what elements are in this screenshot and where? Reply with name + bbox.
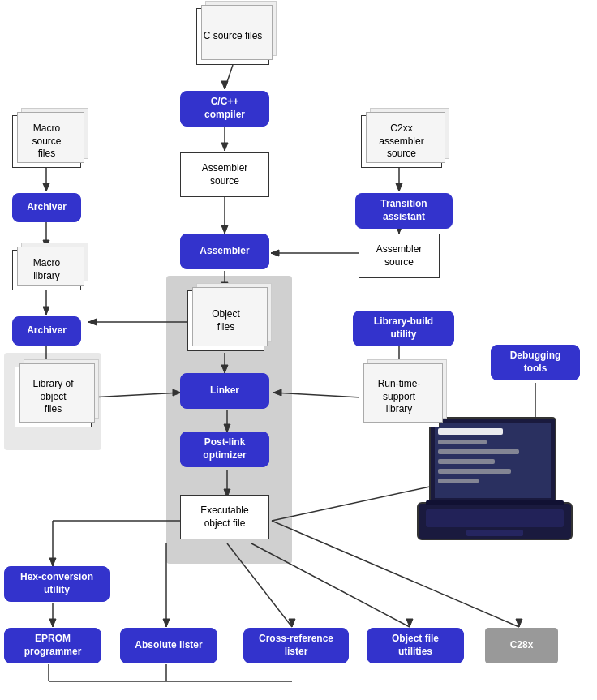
macro-source-label: Macrosourcefiles xyxy=(32,122,61,161)
c28x-box[interactable]: C28x xyxy=(485,628,558,663)
linker-label: Linker xyxy=(210,384,239,397)
svg-rect-62 xyxy=(438,479,479,483)
eprom-label: EPROMprogrammer xyxy=(24,633,82,658)
debugging-box[interactable]: Debuggingtools xyxy=(491,345,580,380)
assembler-source-top-label: Assemblersource xyxy=(202,162,248,187)
obj-util-label: Object fileutilities xyxy=(392,633,439,658)
lib-object-label: Library ofobjectfiles xyxy=(32,378,73,416)
cross-ref-box[interactable]: Cross-referencelister xyxy=(243,628,349,663)
archiver2-label: Archiver xyxy=(27,324,67,337)
archiver1-label: Archiver xyxy=(27,201,67,214)
svg-marker-1 xyxy=(221,81,228,89)
archiver2-box[interactable]: Archiver xyxy=(12,316,81,346)
macro-source-box: Macrosourcefiles xyxy=(12,115,81,168)
diagram: C source files C/C++compiler Macrosource… xyxy=(0,0,597,700)
macro-library-box: Macrolibrary xyxy=(12,250,81,290)
eprom-box[interactable]: EPROMprogrammer xyxy=(4,628,101,663)
object-files-label: Objectfiles xyxy=(212,308,240,333)
c2xx-source-label: C2xxassemblersource xyxy=(379,122,423,161)
svg-rect-58 xyxy=(438,440,487,444)
archiver1-box[interactable]: Archiver xyxy=(12,193,81,222)
object-files-box: Objectfiles xyxy=(187,290,264,351)
svg-marker-40 xyxy=(49,558,56,566)
lib-object-box: Library ofobjectfiles xyxy=(15,367,92,427)
abs-lister-label: Absolute lister xyxy=(135,639,202,652)
svg-line-41 xyxy=(272,487,430,521)
cc-compiler-box[interactable]: C/C++compiler xyxy=(180,91,269,127)
svg-line-0 xyxy=(225,65,233,89)
svg-marker-45 xyxy=(289,619,295,627)
assembler-label: Assembler xyxy=(200,245,249,258)
svg-marker-7 xyxy=(396,183,402,191)
svg-marker-49 xyxy=(516,619,522,627)
c2xx-source-box: C2xxassemblersource xyxy=(361,115,442,168)
laptop-image xyxy=(414,414,576,548)
svg-rect-61 xyxy=(438,469,511,474)
svg-marker-43 xyxy=(163,619,170,627)
svg-marker-11 xyxy=(221,225,228,234)
runtime-lib-label: Run-time-supportlibrary xyxy=(378,378,421,416)
svg-marker-19 xyxy=(43,307,49,315)
assembler-source-top-box: Assemblersource xyxy=(180,152,269,197)
svg-marker-5 xyxy=(43,183,49,191)
svg-marker-47 xyxy=(406,619,413,627)
c28x-label: C28x xyxy=(510,639,534,652)
svg-rect-59 xyxy=(438,449,519,454)
c-source-files-label: C source files xyxy=(204,30,263,43)
exec-object-box: Executableobject file xyxy=(180,495,269,539)
lib-build-label: Library-buildutility xyxy=(374,316,433,341)
obj-util-box[interactable]: Object fileutilities xyxy=(367,628,464,663)
svg-marker-51 xyxy=(49,619,56,627)
transition-box[interactable]: Transitionassistant xyxy=(355,193,453,229)
cross-ref-label: Cross-referencelister xyxy=(259,633,333,658)
svg-rect-57 xyxy=(438,428,503,435)
svg-marker-3 xyxy=(221,143,228,151)
svg-rect-64 xyxy=(426,509,564,527)
postlink-label: Post-linkoptimizer xyxy=(203,436,246,462)
svg-rect-65 xyxy=(466,530,523,536)
svg-rect-60 xyxy=(438,459,495,464)
svg-marker-15 xyxy=(271,250,279,256)
linker-box[interactable]: Linker xyxy=(180,373,269,409)
svg-rect-66 xyxy=(426,500,564,505)
c-source-files-box: C source files xyxy=(196,8,269,65)
svg-marker-23 xyxy=(88,319,97,325)
assembler-box[interactable]: Assembler xyxy=(180,234,269,269)
hex-conv-box[interactable]: Hex-conversionutility xyxy=(4,566,110,602)
assembler-source-right-label: Assemblersource xyxy=(376,243,423,268)
macro-library-label: Macrolibrary xyxy=(33,257,60,282)
abs-lister-box[interactable]: Absolute lister xyxy=(120,628,217,663)
runtime-lib-box: Run-time-supportlibrary xyxy=(359,367,440,427)
hex-conv-label: Hex-conversionutility xyxy=(20,571,93,596)
transition-label: Transitionassistant xyxy=(380,198,427,223)
debugging-label: Debuggingtools xyxy=(510,350,561,375)
lib-build-box[interactable]: Library-buildutility xyxy=(353,311,454,346)
cc-compiler-label: C/C++compiler xyxy=(204,96,245,121)
assembler-source-right-box: Assemblersource xyxy=(359,234,440,278)
exec-object-label: Executableobject file xyxy=(200,505,248,530)
postlink-box[interactable]: Post-linkoptimizer xyxy=(180,432,269,467)
